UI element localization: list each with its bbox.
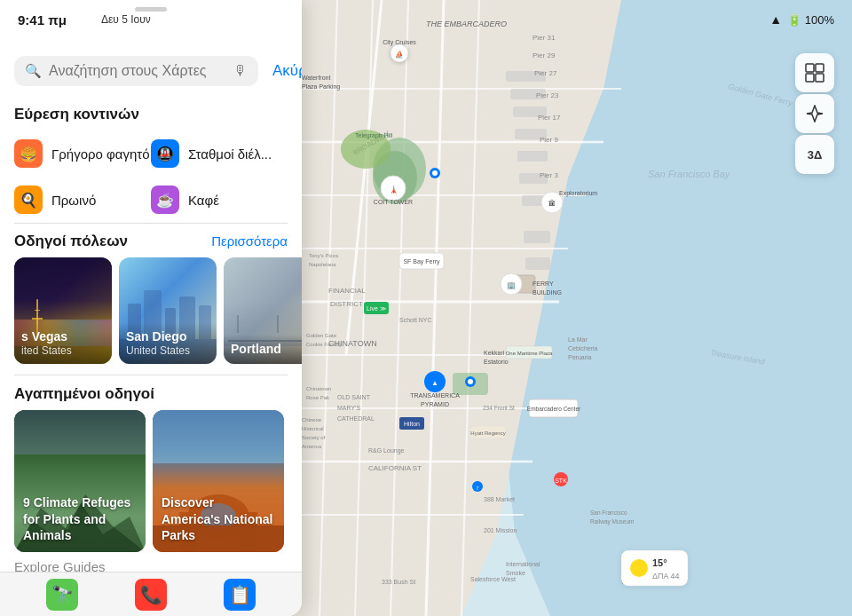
cafe-icon: ☕ [151, 186, 179, 214]
fast-food-icon: 🍔 [14, 139, 43, 168]
svg-text:Pier 9: Pier 9 [540, 136, 558, 144]
svg-text:Pier 23: Pier 23 [536, 91, 559, 99]
svg-text:388 Market: 388 Market [484, 496, 515, 502]
svg-rect-28 [524, 231, 550, 243]
portland-card-name: Portland [231, 342, 302, 357]
guide-card-parks[interactable]: Discover America's National Parks [153, 410, 284, 552]
map-controls: 3Δ [795, 53, 834, 174]
svg-text:Plaza Parking: Plaza Parking [302, 83, 340, 91]
nearby-item-breakfast[interactable]: 🍳 Πρωινό [14, 177, 151, 223]
svg-text:FERRY: FERRY [532, 280, 554, 287]
svg-text:Schott NYC: Schott NYC [399, 317, 432, 323]
city-card-sandiego[interactable]: San Diego United States [119, 257, 217, 364]
nearby-item-cafe[interactable]: ☕ Καφέ [151, 177, 288, 223]
svg-text:Estatorio: Estatorio [484, 359, 509, 365]
svg-text:OLD SAINT: OLD SAINT [337, 394, 371, 400]
svg-text:TRANSAMERICA: TRANSAMERICA [410, 392, 460, 399]
parks-card-title: Discover America's National Parks [162, 494, 275, 543]
cancel-button[interactable]: Ακύρωση [272, 62, 302, 80]
map-view-button[interactable] [795, 53, 834, 92]
status-bar: 9:41 πμ Δευ 5 Ιουν ▲ 🔋 100% [0, 0, 852, 39]
svg-text:Telegraph Hill: Telegraph Hill [355, 132, 393, 139]
mic-icon[interactable]: 🎙 [233, 63, 248, 79]
svg-text:▲: ▲ [431, 379, 438, 387]
svg-text:COIT TOWER: COIT TOWER [374, 199, 413, 205]
transit-icon: 🚇 [151, 139, 179, 168]
svg-text:PYRAMID: PYRAMID [421, 401, 449, 407]
favorites-section-title: Αγαπημένοι οδηγοί [0, 375, 302, 410]
3d-button[interactable]: 3Δ [795, 135, 834, 174]
svg-text:BUILDING: BUILDING [532, 289, 562, 296]
search-row: 🔍 🎙 Ακύρωση [14, 56, 288, 86]
svg-text:Chinese: Chinese [302, 417, 322, 423]
svg-text:City Cruises: City Cruises [383, 39, 416, 46]
dock-icon-2[interactable]: 📞 [135, 579, 167, 611]
nearby-item-transit[interactable]: 🚇 Σταθμοί διέλ... [151, 130, 288, 177]
svg-text:🏛: 🏛 [548, 199, 556, 208]
climate-card-overlay: 9 Climate Refuges for Plants and Animals [14, 486, 146, 552]
svg-text:Peruaria: Peruaria [568, 354, 592, 360]
status-right-icons: ▲ 🔋 100% [769, 12, 834, 27]
svg-text:America: America [302, 444, 322, 449]
svg-text:Exploratorium: Exploratorium [559, 190, 597, 197]
svg-text:Hilton: Hilton [404, 421, 420, 427]
favorites-row: 9 Climate Refuges for Plants and Animals [0, 410, 302, 552]
svg-text:Golden Gate: Golden Gate [306, 333, 337, 338]
transit-label: Σταθμοί διέλ... [188, 146, 272, 162]
svg-text:Napoletana: Napoletana [309, 262, 336, 267]
city-card-portland[interactable]: Portland [224, 257, 302, 364]
svg-rect-124 [806, 74, 814, 82]
svg-text:One Maritime Plaza: One Maritime Plaza [506, 351, 553, 356]
svg-text:San Francisco Bay: San Francisco Bay [648, 169, 731, 179]
svg-text:Smoke: Smoke [506, 570, 525, 576]
status-date: Δευ 5 Ιουν [101, 13, 151, 26]
city-guides-row: s Vegas ited States San Diego United Sta… [0, 257, 302, 375]
svg-text:Tony's Pizza: Tony's Pizza [309, 253, 339, 258]
svg-rect-125 [816, 74, 824, 82]
sandiego-card-overlay: San Diego United States [119, 322, 217, 364]
vegas-card-country: ited States [21, 344, 105, 357]
svg-text:SF Bay Ferry: SF Bay Ferry [403, 258, 440, 265]
breakfast-icon: 🍳 [14, 186, 43, 214]
svg-text:Pier 29: Pier 29 [532, 51, 556, 59]
svg-text:Hyatt Regency: Hyatt Regency [470, 430, 505, 436]
search-panel: 🔍 🎙 Ακύρωση Εύρεση κοντινών 🍔 Γρήγορο φα… [0, 0, 302, 616]
svg-text:MARY'S: MARY'S [337, 405, 360, 411]
svg-text:CATHEDRAL: CATHEDRAL [337, 415, 375, 422]
svg-text:Pier 27: Pier 27 [534, 69, 557, 77]
svg-text:FINANCIAL: FINANCIAL [328, 287, 366, 295]
svg-text:Railway Museum: Railway Museum [590, 518, 635, 525]
svg-text:🗼: 🗼 [389, 184, 399, 194]
status-time: 9:41 πμ [18, 12, 89, 28]
svg-text:⛵: ⛵ [395, 50, 404, 59]
sandiego-card-name: San Diego [126, 329, 209, 344]
search-input[interactable] [49, 63, 226, 79]
explore-label: Explore Guides [14, 559, 106, 572]
search-bar[interactable]: 🔍 🎙 [14, 56, 258, 86]
sandiego-card-country: United States [126, 344, 209, 357]
dock-icon-1[interactable]: 🔭 [46, 579, 78, 611]
svg-text:ΔΠΑ 44: ΔΠΑ 44 [652, 572, 680, 580]
nearby-section-title: Εύρεση κοντινών [0, 95, 302, 130]
svg-text:Waterfront: Waterfront [302, 75, 330, 81]
panel-scroll-area: Εύρεση κοντινών 🍔 Γρήγορο φαγητό 🚇 Σταθμ… [0, 95, 302, 572]
svg-text:Pier 17: Pier 17 [538, 114, 561, 122]
svg-point-44 [432, 170, 438, 176]
nearby-item-fast-food[interactable]: 🍔 Γρήγορο φαγητό [14, 130, 151, 177]
svg-text:La Mar: La Mar [568, 336, 588, 343]
dock-icon-3[interactable]: 📋 [224, 579, 256, 611]
city-guides-more[interactable]: Περισσότερα [211, 233, 288, 249]
breakfast-label: Πρωινό [51, 193, 96, 208]
city-guides-header: Οδηγοί πόλεων Περισσότερα [0, 224, 302, 257]
guide-card-climate[interactable]: 9 Climate Refuges for Plants and Animals [14, 410, 146, 552]
vegas-card-name: s Vegas [21, 329, 105, 344]
nearby-grid: 🍔 Γρήγορο φαγητό 🚇 Σταθμοί διέλ... 🍳 Πρω… [0, 130, 302, 223]
svg-text:333 Bush St: 333 Bush St [382, 579, 415, 585]
svg-text:Society of: Society of [302, 435, 326, 440]
svg-text:DISTRICT: DISTRICT [330, 300, 363, 308]
battery-icon: 🔋 100% [787, 13, 834, 27]
location-button[interactable] [795, 94, 834, 133]
city-card-vegas[interactable]: s Vegas ited States [14, 257, 112, 364]
svg-text:🏢: 🏢 [507, 280, 516, 289]
climate-card-title: 9 Climate Refuges for Plants and Animals [23, 494, 137, 543]
